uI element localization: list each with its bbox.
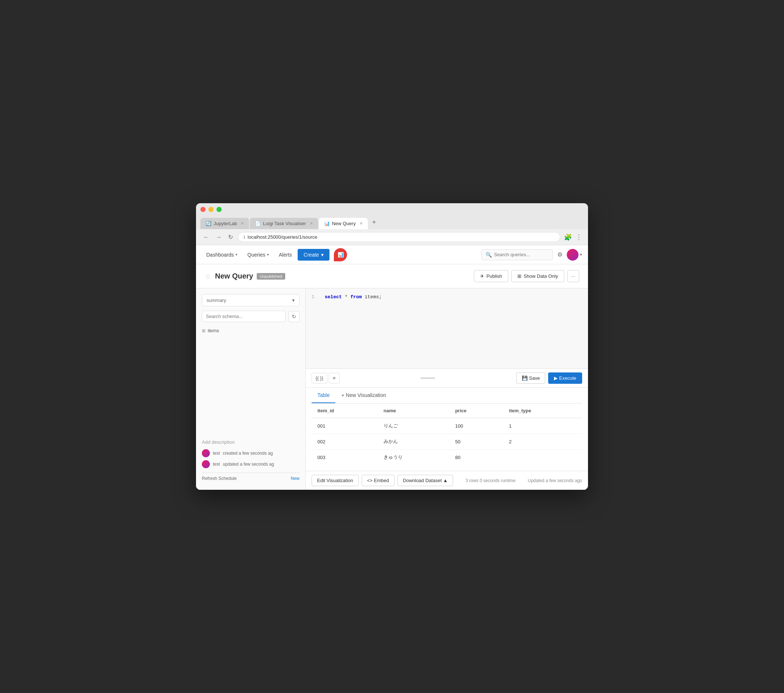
- tab-jupyterlab[interactable]: 🔄 JupyterLab ✕: [200, 218, 249, 229]
- nav-queries[interactable]: Queries ▾: [243, 250, 273, 260]
- tab-label: New Query: [332, 221, 356, 226]
- cell-name: きゅうり: [378, 450, 450, 465]
- star-icon[interactable]: ☆: [205, 272, 211, 281]
- browser-chrome: 🔄 JupyterLab ✕ 📄 Luigi Task Visualiser ✕…: [196, 203, 588, 229]
- download-button[interactable]: Download Dataset ▲: [397, 475, 453, 486]
- tab-table[interactable]: Table: [311, 388, 335, 403]
- app-logo[interactable]: 📊: [334, 248, 347, 261]
- tab-close-icon[interactable]: ✕: [240, 221, 244, 226]
- more-options-button[interactable]: ···: [567, 270, 579, 282]
- more-menu-button[interactable]: ⋮: [576, 233, 582, 241]
- refresh-schedule: Refresh Schedule New: [202, 473, 300, 484]
- cell-item_id: 001: [311, 418, 378, 434]
- header-actions: ✈ Publish ⊞ Show Data Only ···: [474, 270, 579, 282]
- reload-button[interactable]: ↻: [227, 232, 234, 242]
- editor-actions: 💾 Save ▶ Execute: [516, 373, 582, 384]
- bottom-stats: 3 rows 0 seconds runtime: [466, 478, 516, 483]
- table-name: items: [208, 328, 219, 333]
- drag-handle[interactable]: [419, 376, 436, 380]
- cell-price: 80: [450, 450, 503, 465]
- schema-search: ↻: [202, 311, 300, 322]
- tab-luigi[interactable]: 📄 Luigi Task Visualiser ✕: [250, 218, 318, 229]
- save-button[interactable]: 💾 Save: [516, 373, 545, 384]
- refresh-schedule-label: Refresh Schedule: [202, 476, 237, 481]
- table-header: item_id name price item_type: [311, 404, 582, 418]
- avatar: [202, 460, 210, 468]
- schema-table-item[interactable]: ⊞ items: [202, 327, 300, 335]
- col-header-item_id: item_id: [311, 404, 378, 418]
- extensions-button[interactable]: 🧩: [564, 233, 572, 241]
- page-title-area: ☆ New Query Unpublished: [205, 272, 285, 281]
- close-button[interactable]: [200, 207, 206, 212]
- forward-button[interactable]: →: [214, 232, 223, 242]
- back-button[interactable]: ←: [202, 232, 211, 242]
- queries-label: Queries: [247, 252, 265, 258]
- sql-editor[interactable]: 1 select * from items;: [306, 288, 588, 369]
- updated-text: Updated a few seconds ago: [528, 478, 582, 483]
- add-description[interactable]: Add description: [202, 437, 300, 448]
- activity-item: test created a few seconds ag: [202, 448, 300, 459]
- table-row: 002 みかん 50 2: [311, 434, 582, 450]
- minimize-button[interactable]: [208, 207, 214, 212]
- tab-label: Table: [318, 392, 329, 398]
- tab-close-icon[interactable]: ✕: [359, 221, 363, 226]
- new-tab-button[interactable]: +: [369, 216, 380, 229]
- secure-icon: ℹ: [244, 235, 245, 240]
- execute-label: ▶ Execute: [554, 375, 576, 381]
- format-button[interactable]: {{ }}: [311, 373, 327, 383]
- execute-button[interactable]: ▶ Execute: [548, 373, 582, 384]
- sql-line: 1 select * from items;: [311, 294, 582, 300]
- schema-select[interactable]: summary ▾: [202, 294, 300, 306]
- chevron-down-icon: ▾: [321, 252, 324, 258]
- create-button[interactable]: Create ▾: [298, 249, 329, 261]
- tab-label: Luigi Task Visualiser: [263, 221, 306, 226]
- tab-close-icon[interactable]: ✕: [310, 221, 313, 226]
- more-icon: ···: [571, 273, 575, 279]
- cell-price: 100: [450, 418, 503, 434]
- activity-user: test: [213, 461, 220, 467]
- sql-code: select * from items;: [325, 294, 382, 300]
- nav-alerts[interactable]: Alerts: [275, 250, 296, 260]
- bottom-bar: Edit Visualization <> Embed Download Dat…: [306, 471, 588, 490]
- col-header-item_type: item_type: [503, 404, 582, 418]
- embed-button[interactable]: <> Embed: [362, 475, 395, 486]
- sidebar: summary ▾ ↻ ⊞ items Add description test: [196, 288, 306, 490]
- chevron-down-icon: ▾: [292, 297, 295, 303]
- main-layout: summary ▾ ↻ ⊞ items Add description test: [196, 288, 588, 490]
- tab-newquery[interactable]: 📊 New Query ✕: [319, 218, 368, 229]
- refresh-schema-button[interactable]: ↻: [288, 311, 300, 322]
- schema-search-input[interactable]: [202, 311, 286, 322]
- tab-new-visualization[interactable]: + New Visualization: [335, 388, 392, 403]
- chevron-down-icon: ▾: [580, 252, 582, 257]
- sql-text: items;: [364, 294, 382, 300]
- user-avatar[interactable]: [567, 249, 578, 261]
- publish-icon: ✈: [480, 273, 484, 279]
- filter-button[interactable]: ⚙: [554, 249, 565, 260]
- publish-label: Publish: [486, 273, 502, 279]
- show-data-label: Show Data Only: [524, 273, 558, 279]
- table-icon: ⊞: [202, 328, 206, 333]
- page-title: New Query: [215, 272, 253, 280]
- nav-dashboards[interactable]: Dashboards ▾: [202, 250, 242, 260]
- traffic-lights: [200, 207, 584, 212]
- editor-tools: {{ }} ≡: [311, 373, 340, 383]
- url-bar[interactable]: ℹ localhost:25000/queries/1/source: [238, 232, 560, 242]
- edit-visualization-button[interactable]: Edit Visualization: [311, 475, 359, 486]
- chevron-down-icon: ▾: [267, 253, 269, 256]
- table-row: 001 りんご 100 1: [311, 418, 582, 434]
- indent-button[interactable]: ≡: [329, 373, 340, 383]
- col-header-price: price: [450, 404, 503, 418]
- chevron-down-icon: ▾: [236, 253, 237, 256]
- new-schedule-link[interactable]: New: [291, 476, 300, 481]
- cell-name: みかん: [378, 434, 450, 450]
- editor-toolbar: {{ }} ≡ 💾 Save ▶ Execute: [306, 369, 588, 388]
- maximize-button[interactable]: [216, 207, 222, 212]
- stats-text: 3 rows 0 seconds runtime: [466, 478, 516, 483]
- publish-button[interactable]: ✈ Publish: [474, 270, 508, 282]
- url-text: localhost:25000/queries/1/source: [247, 234, 318, 240]
- search-box[interactable]: 🔍: [482, 249, 553, 260]
- search-input[interactable]: [494, 252, 549, 257]
- cell-name: りんご: [378, 418, 450, 434]
- activity-item: test updated a few seconds ag: [202, 459, 300, 470]
- show-data-button[interactable]: ⊞ Show Data Only: [511, 270, 564, 282]
